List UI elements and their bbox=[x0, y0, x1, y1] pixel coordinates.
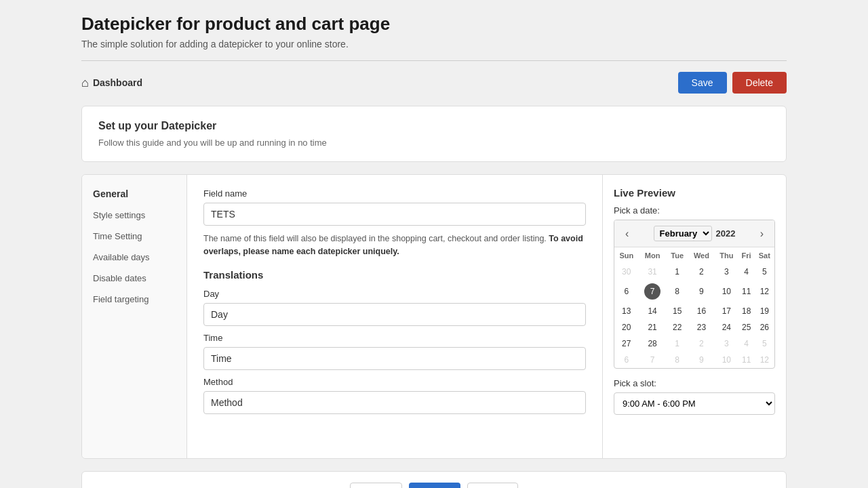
dashboard-link[interactable]: ⌂ Dashboard bbox=[81, 76, 142, 90]
cal-day[interactable]: 7 bbox=[639, 352, 667, 368]
cal-day[interactable]: 12 bbox=[755, 352, 774, 368]
time-label: Time bbox=[203, 333, 586, 343]
prev-month-button[interactable]: ‹ bbox=[621, 226, 633, 241]
year-text: 2022 bbox=[716, 228, 736, 239]
day-label: Day bbox=[203, 289, 586, 299]
cal-day[interactable]: 1 bbox=[667, 264, 688, 280]
cal-day[interactable]: 16 bbox=[688, 303, 715, 319]
main-card: General Style settings Time Setting Avai… bbox=[81, 174, 787, 459]
calendar: ‹ February 2022 › Sun Mon Tue bbox=[614, 220, 775, 369]
slot-select[interactable]: 9:00 AM - 6:00 PM bbox=[614, 392, 775, 415]
sidebar-general-label: General bbox=[82, 183, 186, 205]
page-title: Datepicker for product and cart page bbox=[81, 14, 787, 35]
cal-day[interactable]: 21 bbox=[639, 319, 667, 336]
delete-header-button[interactable]: Delete bbox=[732, 72, 787, 94]
cal-day[interactable]: 22 bbox=[667, 319, 688, 336]
header-actions: Save Delete bbox=[678, 72, 787, 94]
header-bar: ⌂ Dashboard Save Delete bbox=[81, 72, 787, 94]
dow-mon: Mon bbox=[639, 247, 667, 264]
calendar-month-year: February 2022 bbox=[654, 226, 736, 241]
field-name-label: Field name bbox=[203, 188, 586, 199]
bottom-bar: Back Save Next bbox=[81, 471, 787, 488]
cal-day[interactable]: 8 bbox=[667, 280, 688, 303]
cal-day[interactable]: 24 bbox=[715, 319, 738, 336]
setup-title: Set up your Datepicker bbox=[98, 120, 770, 132]
cal-day[interactable]: 5 bbox=[755, 336, 774, 352]
page-subtitle: The simple solution for adding a datepic… bbox=[81, 39, 787, 49]
cal-day[interactable]: 23 bbox=[688, 319, 715, 336]
back-button[interactable]: Back bbox=[350, 483, 402, 488]
method-label: Method bbox=[203, 377, 586, 387]
content-area: Field name The name of this field will a… bbox=[187, 175, 603, 458]
cal-day[interactable]: 10 bbox=[715, 352, 738, 368]
sidebar-item-available-days[interactable]: Available days bbox=[82, 247, 186, 268]
cal-day[interactable]: 27 bbox=[614, 336, 639, 352]
next-button[interactable]: Next bbox=[467, 483, 518, 488]
cal-day[interactable]: 4 bbox=[738, 336, 755, 352]
cal-day[interactable]: 11 bbox=[738, 280, 755, 303]
method-input[interactable] bbox=[203, 391, 586, 414]
cal-day[interactable]: 5 bbox=[755, 264, 774, 280]
cal-day[interactable]: 9 bbox=[688, 352, 715, 368]
time-input[interactable] bbox=[203, 347, 586, 370]
cal-day[interactable]: 20 bbox=[614, 319, 639, 336]
save-header-button[interactable]: Save bbox=[678, 72, 727, 94]
calendar-header: ‹ February 2022 › bbox=[614, 220, 774, 247]
save-bottom-button[interactable]: Save bbox=[409, 483, 460, 488]
dow-tue: Tue bbox=[667, 247, 688, 264]
sidebar-item-time-setting[interactable]: Time Setting bbox=[82, 226, 186, 247]
setup-card: Set up your Datepicker Follow this guide… bbox=[81, 106, 787, 162]
cal-day[interactable]: 9 bbox=[688, 280, 715, 303]
cal-day[interactable]: 10 bbox=[715, 280, 738, 303]
cal-day[interactable]: 3 bbox=[715, 336, 738, 352]
setup-description: Follow this guide and you will be up and… bbox=[98, 138, 770, 148]
dow-fri: Fri bbox=[738, 247, 755, 264]
cal-day[interactable]: 6 bbox=[614, 280, 639, 303]
page-divider bbox=[81, 60, 787, 61]
dow-wed: Wed bbox=[688, 247, 715, 264]
day-input[interactable] bbox=[203, 303, 586, 326]
pick-date-label: Pick a date: bbox=[614, 205, 775, 216]
calendar-grid: Sun Mon Tue Wed Thu Fri Sat 303112345678… bbox=[614, 247, 774, 368]
month-select[interactable]: February bbox=[654, 226, 712, 241]
sidebar-item-field-targeting[interactable]: Field targeting bbox=[82, 289, 186, 310]
cal-day[interactable]: 1 bbox=[667, 336, 688, 352]
cal-day[interactable]: 3 bbox=[715, 264, 738, 280]
sidebar-item-disable-dates[interactable]: Disable dates bbox=[82, 268, 186, 289]
cal-day[interactable]: 25 bbox=[738, 319, 755, 336]
dow-thu: Thu bbox=[715, 247, 738, 264]
cal-day[interactable]: 2 bbox=[688, 336, 715, 352]
cal-day[interactable]: 26 bbox=[755, 319, 774, 336]
cal-day[interactable]: 6 bbox=[614, 352, 639, 368]
dow-sun: Sun bbox=[614, 247, 639, 264]
sidebar: General Style settings Time Setting Avai… bbox=[82, 175, 187, 458]
cal-day[interactable]: 2 bbox=[688, 264, 715, 280]
cal-day[interactable]: 4 bbox=[738, 264, 755, 280]
field-name-input[interactable] bbox=[203, 203, 586, 226]
dow-sat: Sat bbox=[755, 247, 774, 264]
cal-day[interactable]: 31 bbox=[639, 264, 667, 280]
cal-day[interactable]: 19 bbox=[755, 303, 774, 319]
home-icon: ⌂ bbox=[81, 76, 89, 90]
cal-day[interactable]: 11 bbox=[738, 352, 755, 368]
cal-day[interactable]: 30 bbox=[614, 264, 639, 280]
dashboard-label: Dashboard bbox=[93, 77, 142, 88]
pick-slot-label: Pick a slot: bbox=[614, 378, 775, 388]
cal-day[interactable]: 15 bbox=[667, 303, 688, 319]
cal-day[interactable]: 28 bbox=[639, 336, 667, 352]
cal-day[interactable]: 12 bbox=[755, 280, 774, 303]
cal-day[interactable]: 8 bbox=[667, 352, 688, 368]
cal-day[interactable]: 18 bbox=[738, 303, 755, 319]
cal-day[interactable]: 13 bbox=[614, 303, 639, 319]
cal-day[interactable]: 7 bbox=[639, 280, 667, 303]
preview-title: Live Preview bbox=[614, 187, 775, 199]
sidebar-item-style-settings[interactable]: Style settings bbox=[82, 205, 186, 226]
cal-day[interactable]: 17 bbox=[715, 303, 738, 319]
preview-area: Live Preview Pick a date: ‹ February 202… bbox=[603, 175, 786, 458]
next-month-button[interactable]: › bbox=[756, 226, 768, 241]
translations-title: Translations bbox=[203, 269, 586, 281]
field-note: The name of this field will also be disp… bbox=[203, 232, 586, 258]
cal-day[interactable]: 14 bbox=[639, 303, 667, 319]
